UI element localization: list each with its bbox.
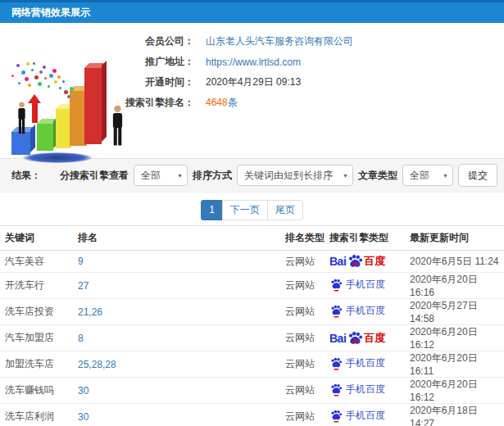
rank-link[interactable]: 21,26 (78, 306, 102, 318)
page-button[interactable]: 下一页 (222, 200, 268, 220)
keyword-cell: 加盟洗车店 (0, 351, 78, 378)
member-info-label: 搜索引擎排名： (125, 96, 194, 110)
col-updated: 最新更新时间 (410, 226, 504, 251)
updated-cell: 2020年6月20日 16:11 (410, 351, 504, 378)
keyword-cell: 洗车店投资 (0, 299, 78, 325)
mobile-baidu-logo: 手机百度 (329, 383, 385, 397)
bar-red (84, 68, 102, 144)
rank-type-cell: 云网站 (285, 325, 329, 351)
mobile-baidu-label: 手机百度 (346, 409, 385, 423)
rank-link[interactable]: 27 (78, 280, 89, 292)
table-row: 加盟洗车店 25,28,28 云网站 手机百度 2020年6月20日 16:11 (0, 351, 504, 378)
engine-cell: 手机百度 (329, 299, 410, 325)
rank-cell: 25,28,28 (78, 351, 285, 378)
member-info-value: 4648条 (206, 96, 238, 110)
rank-type-cell: 云网站 (285, 378, 329, 404)
mobile-baidu-logo: 手机百度 (329, 356, 385, 370)
businessman-left-icon (15, 102, 29, 134)
keyword-cell: 汽车美容 (0, 251, 78, 273)
rank-type-cell: 云网站 (285, 273, 329, 299)
keyword-cell: 汽车加盟店 (0, 325, 78, 351)
rank-link[interactable]: 30 (78, 411, 89, 423)
bar-green (37, 124, 53, 151)
rank-cell: 30 (78, 404, 285, 426)
rank-cell: 30 (78, 378, 285, 404)
table-header-row: 关键词 排名 排名类型 搜索引擎类型 最新更新时间 (0, 226, 504, 251)
filter-bar: 结果： 分搜索引擎查看 全部 排序方式 关键词由短到长排序 文章类型 全部 提交 (0, 158, 504, 193)
member-info-panel: 会员公司： 山东老人头汽车服务咨询有限公司 推广地址： https://www.… (125, 31, 504, 113)
rank-type-cell: 云网站 (285, 299, 329, 325)
article-type-label: 文章类型 (358, 169, 397, 183)
engine-cell: 手机百度 (329, 351, 410, 378)
top-section: 会员公司： 山东老人头汽车服务咨询有限公司 推广地址： https://www.… (0, 23, 504, 158)
baidu-logo: Bai du 百度 (329, 253, 385, 270)
bar-blue (11, 132, 30, 155)
mobile-baidu-paw-icon (329, 383, 343, 397)
mobile-baidu-paw-icon (329, 304, 343, 318)
sort-select[interactable]: 关键词由短到长排序 (237, 165, 353, 186)
baidu-wordmark-cn: 百度 (364, 331, 385, 346)
rank-link[interactable]: 30 (78, 385, 89, 397)
mobile-baidu-logo: 手机百度 (329, 304, 385, 318)
member-info-value[interactable]: 山东老人头汽车服务咨询有限公司 (206, 34, 353, 48)
engine-cell: 手机百度 (329, 404, 410, 426)
submit-button[interactable]: 提交 (458, 164, 497, 187)
article-type-select[interactable]: 全部 (402, 165, 453, 186)
page-button[interactable]: 尾页 (267, 200, 303, 220)
mobile-baidu-label: 手机百度 (346, 304, 385, 318)
member-info-label: 开通时间： (125, 75, 194, 89)
baidu-paw-icon: du (347, 253, 363, 270)
svg-text:du: du (352, 338, 359, 343)
table-row: 汽车美容 9 云网站 Bai du 百度 2020年6月5日 11:24 (0, 251, 504, 273)
rank-type-cell: 云网站 (285, 251, 329, 273)
table-row: 汽车加盟店 8 云网站 Bai du 百度 2020年6月20日 16:12 (0, 325, 504, 351)
updated-cell: 2020年6月20日 16:16 (410, 273, 504, 299)
table-row: 洗车店利润 30 云网站 手机百度 2020年6月18日 14:27 (0, 404, 504, 426)
sort-label: 排序方式 (193, 169, 232, 183)
member-info-label: 会员公司： (125, 34, 194, 48)
chart-base-shadow (23, 152, 92, 163)
page-current[interactable]: 1 (201, 200, 223, 220)
baidu-wordmark-bai: Bai (329, 255, 346, 268)
member-info-row: 推广地址： https://www.lrtlsd.com (125, 52, 504, 72)
rank-link[interactable]: 9 (78, 256, 84, 267)
updated-cell: 2020年5月27日 14:58 (410, 299, 504, 325)
keyword-cell: 开洗车行 (0, 273, 78, 299)
results-table: 关键词 排名 排名类型 搜索引擎类型 最新更新时间 汽车美容 9 云网站 Bai… (0, 225, 504, 426)
engine-cell: Bai du 百度 (329, 251, 410, 273)
growth-arrow-icon (32, 103, 38, 123)
mobile-baidu-logo: 手机百度 (329, 409, 385, 423)
table-row: 开洗车行 27 云网站 手机百度 2020年6月20日 16:16 (0, 273, 504, 299)
engine-filter-label: 分搜索引擎查看 (60, 169, 129, 183)
mobile-baidu-label: 手机百度 (346, 278, 385, 292)
baidu-wordmark-cn: 百度 (364, 254, 385, 269)
col-keyword: 关键词 (0, 226, 78, 251)
updated-cell: 2020年6月20日 16:12 (410, 325, 504, 351)
table-row: 洗车店投资 21,26 云网站 手机百度 2020年5月27日 14:58 (0, 299, 504, 325)
mobile-baidu-logo: 手机百度 (329, 278, 385, 292)
mobile-baidu-paw-icon (329, 409, 343, 423)
result-label: 结果： (11, 169, 41, 183)
baidu-logo: Bai du 百度 (329, 330, 385, 347)
rank-cell: 21,26 (78, 299, 285, 325)
engine-cell: 手机百度 (329, 273, 410, 299)
rank-link[interactable]: 8 (78, 333, 84, 344)
member-info-row: 开通时间： 2020年4月29日 09:13 (125, 72, 504, 93)
baidu-wordmark-bai: Bai (329, 332, 346, 345)
updated-cell: 2020年6月5日 11:24 (410, 251, 504, 273)
mobile-baidu-paw-icon (329, 356, 343, 370)
rank-link[interactable]: 25,28,28 (78, 359, 116, 370)
member-info-row: 搜索引擎排名： 4648条 (125, 93, 504, 113)
keyword-cell: 洗车赚钱吗 (0, 378, 78, 404)
rank-cell: 27 (78, 273, 285, 299)
svg-text:du: du (352, 261, 359, 267)
member-info-value: 2020年4月29日 09:13 (206, 75, 301, 89)
engine-cell: 手机百度 (329, 378, 410, 404)
col-rank: 排名 (78, 226, 285, 251)
updated-cell: 2020年6月20日 16:12 (410, 378, 504, 404)
keyword-cell: 洗车店利润 (0, 404, 78, 426)
member-info-value[interactable]: https://www.lrtlsd.com (206, 57, 301, 68)
rank-type-cell: 云网站 (285, 351, 329, 378)
engine-filter-select[interactable]: 全部 (134, 165, 188, 186)
table-row: 洗车赚钱吗 30 云网站 手机百度 2020年6月20日 16:12 (0, 378, 504, 404)
